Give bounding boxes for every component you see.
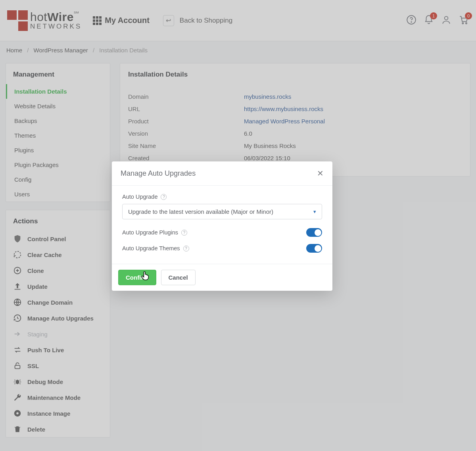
auto-upgrade-plugins-toggle[interactable]: [306, 228, 322, 237]
modal-title: Manage Auto Upgrades: [121, 169, 196, 178]
close-icon[interactable]: ✕: [317, 169, 324, 178]
manage-auto-upgrades-modal: Manage Auto Upgrades ✕ Auto Upgrade ? Up…: [112, 161, 332, 291]
auto-upgrade-select[interactable]: Upgrade to the latest version available …: [122, 204, 322, 219]
cancel-button[interactable]: Cancel: [161, 270, 196, 285]
auto-upgrade-themes-toggle[interactable]: [306, 244, 322, 253]
help-circle-icon[interactable]: ?: [181, 230, 187, 236]
help-circle-icon[interactable]: ?: [183, 246, 189, 251]
chevron-down-icon: ▾: [313, 209, 316, 215]
auto-upgrade-plugins-label: Auto Upgrade Plugins: [122, 229, 178, 236]
auto-upgrade-label: Auto Upgrade: [122, 194, 157, 200]
confirm-button[interactable]: Confirm: [118, 270, 156, 285]
help-circle-icon[interactable]: ?: [161, 194, 167, 200]
auto-upgrade-themes-label: Auto Upgrade Themes: [122, 245, 180, 251]
auto-upgrade-select-value: Upgrade to the latest version available …: [128, 208, 273, 215]
